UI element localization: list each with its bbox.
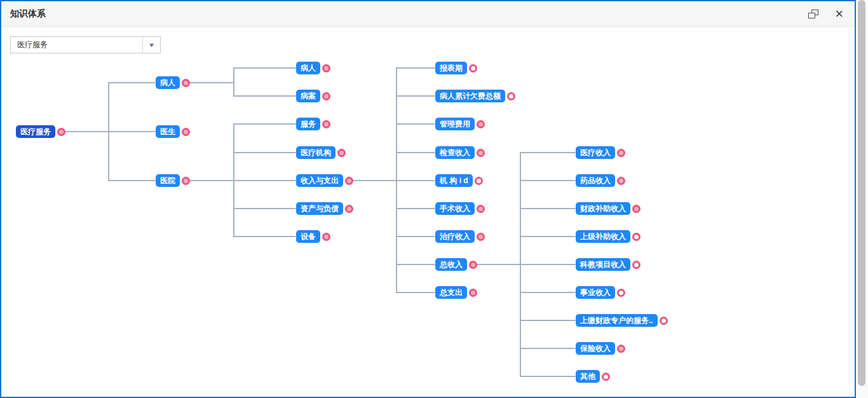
tree-node-label[interactable]: 手术收入 [435,202,475,215]
node-dot-filled[interactable] [469,261,477,269]
node-dot-filled[interactable] [345,177,353,185]
node-dot-filled[interactable] [57,128,65,136]
node-dot-filled[interactable] [632,205,641,213]
node-dot-filled[interactable] [182,79,190,87]
tree-node[interactable]: 药品收入 [576,174,625,187]
node-dot-filled[interactable] [617,345,625,353]
node-dot-hollow[interactable] [507,92,515,100]
tree-node[interactable]: 保险收入 [576,342,625,355]
node-dot-hollow[interactable] [469,64,477,72]
tree-node[interactable]: 检查收入 [435,146,485,159]
connector-line [397,264,440,265]
tree-node-label[interactable]: 服务 [296,118,320,130]
node-dot-filled[interactable] [322,64,330,72]
tree-node[interactable]: 事业收入 [576,286,625,299]
node-dot-hollow[interactable] [632,261,641,269]
node-dot-filled[interactable] [322,92,330,100]
tree-node[interactable]: 医疗机构 [296,146,346,159]
tree-node[interactable]: 病人累计欠费总额 [435,90,515,102]
node-dot-filled[interactable] [477,120,485,128]
tree-node[interactable]: 设备 [296,230,330,243]
node-dot-filled[interactable] [477,149,485,157]
tree-node-label[interactable]: 上级补助收入 [576,230,630,243]
tree-node-label[interactable]: 报表期 [435,62,467,74]
tree-node[interactable]: 上级补助收入 [576,230,641,243]
tree-node[interactable]: 管理费用 [435,118,485,130]
tree-node-label[interactable]: 药品收入 [576,174,615,187]
node-dot-hollow[interactable] [475,177,483,185]
connector-line [109,180,161,181]
tree-node[interactable]: 报表期 [435,62,477,74]
tree-node-label[interactable]: 保险收入 [576,342,615,355]
tree-node[interactable]: 病案 [296,90,330,102]
node-dot-filled[interactable] [469,289,477,297]
tree-node-label[interactable]: 病人 [156,76,180,89]
tree-node-label[interactable]: 治疗收入 [435,230,475,243]
tree-node-label[interactable]: 财政补助收入 [576,202,630,215]
node-dot-filled[interactable] [617,177,625,185]
tree-node-label[interactable]: 医疗机构 [296,146,336,159]
tree-node[interactable]: 治疗收入 [435,230,485,243]
tree-node-label[interactable]: 其他 [576,370,600,383]
tree-node[interactable]: 服务 [296,118,330,130]
node-dot-filled[interactable] [182,177,190,185]
tree-node[interactable]: 医院 [156,174,190,187]
tree-node-label[interactable]: 病人 [296,62,320,74]
tree-node[interactable]: 病人 [156,76,190,89]
tree-node[interactable]: 资产与负债 [296,202,353,215]
node-dot-filled[interactable] [182,128,190,136]
tree-node-label[interactable]: 总支出 [435,286,467,299]
tree-node[interactable]: 其他 [576,370,610,383]
tree-node-label[interactable]: 检查收入 [435,146,475,159]
scrollbar-thumb[interactable] [858,0,865,386]
tree-node[interactable]: 手术收入 [435,202,485,215]
tree-node-label[interactable]: 设备 [296,230,320,243]
tree-node[interactable]: 医生 [156,125,190,138]
tree-node-root[interactable]: 医疗服务 [16,125,65,138]
tree-node-label[interactable]: 上缴财政专户的服务.. [576,314,658,327]
tree-node-label[interactable]: 医疗收入 [576,146,615,159]
vertical-scrollbar[interactable] [856,0,868,398]
connector-line [397,67,440,69]
node-dot-filled[interactable] [345,205,353,213]
connector-line [109,82,161,83]
tree-node-label[interactable]: 医疗服务 [16,125,55,138]
tree-node-label[interactable]: 机 构 i d [435,174,473,187]
node-dot-filled[interactable] [322,233,330,241]
tree-node[interactable]: 病人 [296,62,330,74]
tree-node[interactable]: 医疗收入 [576,146,625,159]
connector-line [520,264,581,265]
node-dot-filled[interactable] [477,205,485,213]
connector-line [234,123,301,125]
tree-node-label[interactable]: 病人累计欠费总额 [435,90,505,102]
node-dot-filled[interactable] [322,120,330,128]
node-dot-filled[interactable] [337,149,346,157]
node-dot-filled[interactable] [477,233,485,241]
tree-node-label[interactable]: 事业收入 [576,286,615,299]
tree-node-label[interactable]: 医生 [156,125,180,138]
connector-line [234,152,301,153]
node-dot-filled[interactable] [617,149,625,157]
node-dot-hollow[interactable] [617,289,625,297]
tree-node[interactable]: 总支出 [435,286,477,299]
node-dot-hollow[interactable] [632,233,641,241]
tree-node-label[interactable]: 科教项目收入 [576,258,630,271]
tree-node-label[interactable]: 收入与支出 [296,174,343,187]
tree-node-label[interactable]: 病案 [296,90,320,102]
connector-line [352,180,397,181]
tree-node[interactable]: 财政补助收入 [576,202,641,215]
tree-node[interactable]: 机 构 i d [435,174,483,187]
connector-line [520,292,581,293]
tree-node-label[interactable]: 总收入 [435,258,467,271]
connector-line [397,152,440,153]
tree-node[interactable]: 总收入 [435,258,477,271]
node-dot-hollow[interactable] [602,373,610,381]
tree-node-label[interactable]: 管理费用 [435,118,475,130]
node-dot-hollow[interactable] [660,317,668,325]
tree-node-label[interactable]: 资产与负债 [296,202,343,215]
tree-node[interactable]: 收入与支出 [296,174,353,187]
tree-node-label[interactable]: 医院 [156,174,180,187]
knowledge-tree-canvas: 医疗服务病人病人病案医生医院服务医疗机构收入与支出报表期病人累计欠费总额管理费用… [1,1,855,397]
tree-node[interactable]: 科教项目收入 [576,258,641,271]
tree-node[interactable]: 上缴财政专户的服务.. [576,314,668,327]
